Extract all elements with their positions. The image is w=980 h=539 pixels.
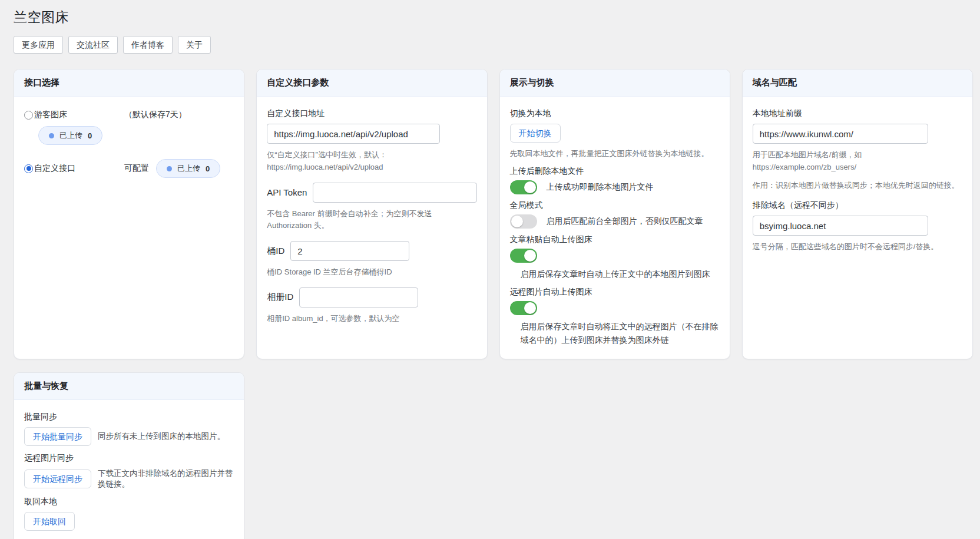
fetch-local-label: 取回本地 [24, 497, 234, 507]
exclude-domain-hint: 逗号分隔，匹配这些域名的图片时不会远程同步/替换。 [753, 241, 962, 253]
custom-radio-label[interactable]: 自定义接口 [34, 163, 75, 174]
global-mode-toggle[interactable] [510, 214, 537, 229]
local-prefix-label: 本地地址前缀 [753, 108, 962, 119]
start-batch-sync-button[interactable]: 开始批量同步 [24, 427, 91, 446]
bucket-id-label: 桶ID [267, 246, 284, 257]
remote-upload-desc: 启用后保存文章时自动将正文中的远程图片（不在排除域名中的）上传到图床并替换为图床… [521, 320, 720, 347]
card-interface-select: 接口选择 游客图床 （默认保存7天） 已上传 0 [14, 69, 244, 359]
start-switch-button[interactable]: 开始切换 [510, 124, 561, 143]
card-batch-title: 批量与恢复 [14, 373, 244, 400]
album-id-input[interactable] [299, 287, 418, 307]
guest-badge-label: 已上传 [59, 130, 82, 141]
card-domain-match: 域名与匹配 本地地址前缀 用于匹配本地图片域名/前缀，如 https://exa… [742, 69, 973, 359]
exclude-domain-input[interactable] [753, 216, 928, 236]
settings-page: 兰空图床 更多应用 交流社区 作者博客 关于 接口选择 游客图床 （默认保存7天… [0, 0, 980, 539]
guest-note: （默认保存7天） [124, 110, 187, 120]
api-token-input[interactable] [313, 183, 476, 203]
guest-radio-label[interactable]: 游客图床 [34, 110, 67, 120]
api-token-hint: 不包含 Bearer 前缀时会自动补全；为空则不发送 Authorization… [267, 208, 476, 233]
page-title: 兰空图床 [14, 8, 973, 27]
about-button[interactable]: 关于 [178, 36, 211, 54]
card-display-switch: 展示与切换 切换为本地 开始切换 先取回本地文件，再批量把正文图床外链替换为本地… [499, 69, 730, 359]
local-prefix-hint1: 用于匹配本地图片域名/前缀，如 https://example.com/zb_u… [753, 149, 962, 174]
guest-radio[interactable] [24, 111, 33, 120]
guest-badge-count: 0 [88, 131, 92, 140]
custom-badge-label: 已上传 [177, 163, 200, 174]
toggle-paste-upload-label: 文章粘贴自动上传图床 [510, 234, 720, 245]
remote-sync-label: 远程图片同步 [24, 453, 234, 464]
paste-upload-desc: 启用后保存文章时自动上传正文中的本地图片到图床 [521, 267, 720, 281]
local-prefix-input[interactable] [753, 124, 928, 144]
delete-local-toggle[interactable] [510, 180, 537, 194]
card-batch-restore: 批量与恢复 批量同步 开始批量同步 同步所有未上传到图床的本地图片。 远程图片同… [14, 372, 244, 539]
more-apps-button[interactable]: 更多应用 [14, 36, 63, 54]
cards-grid: 接口选择 游客图床 （默认保存7天） 已上传 0 [14, 69, 973, 539]
card-interface-title: 接口选择 [14, 70, 244, 97]
remote-sync-hint: 下载正文内非排除域名的远程图片并替换链接。 [98, 468, 234, 490]
api-url-hint: 仅“自定义接口”选中时生效，默认：https://img.luoca.net/a… [267, 149, 476, 174]
remote-upload-toggle[interactable] [510, 301, 537, 315]
toggle-remote-upload-label: 远程图片自动上传图床 [510, 287, 720, 297]
card-params-title: 自定义接口参数 [257, 70, 486, 97]
card-domain-title: 域名与匹配 [743, 70, 972, 97]
card-custom-params: 自定义接口参数 自定义接口地址 仅“自定义接口”选中时生效，默认：https:/… [256, 69, 487, 359]
custom-badge-count: 0 [206, 164, 210, 173]
custom-radio[interactable] [24, 164, 33, 173]
switch-local-hint: 先取回本地文件，再批量把正文图床外链替换为本地链接。 [510, 148, 720, 160]
local-prefix-hint2: 作用：识别本地图片做替换或同步；本地优先时返回的链接。 [753, 180, 962, 192]
start-remote-sync-button[interactable]: 开始远程同步 [24, 469, 91, 488]
start-fetch-button[interactable]: 开始取回 [24, 512, 75, 531]
batch-sync-label: 批量同步 [24, 412, 234, 422]
toggle-delete-local-label: 上传后删除本地文件 [510, 166, 720, 177]
batch-sync-hint: 同步所有未上传到图床的本地图片。 [98, 431, 225, 442]
author-blog-button[interactable]: 作者博客 [123, 36, 173, 54]
badge-dot-icon [167, 166, 172, 171]
community-button[interactable]: 交流社区 [68, 36, 118, 54]
delete-local-desc: 上传成功即删除本地图片文件 [547, 182, 654, 193]
bucket-id-hint: 桶ID Storage ID 兰空后台存储桶得ID [267, 266, 476, 279]
api-token-label: API Token [267, 187, 307, 197]
bucket-id-input[interactable] [290, 241, 409, 261]
album-id-hint: 相册ID album_id，可选参数，默认为空 [267, 313, 476, 325]
album-id-label: 相册ID [267, 292, 293, 303]
toolbar: 更多应用 交流社区 作者博客 关于 [14, 36, 973, 54]
custom-uploaded-badge: 已上传 0 [156, 159, 220, 178]
api-url-input[interactable] [267, 124, 440, 144]
global-mode-desc: 启用后匹配前台全部图片，否则仅匹配文章 [547, 216, 703, 227]
custom-note: 可配置 [124, 163, 149, 174]
switch-local-label: 切换为本地 [510, 108, 720, 119]
paste-upload-toggle[interactable] [510, 249, 537, 263]
guest-uploaded-badge: 已上传 0 [38, 126, 102, 145]
badge-dot-icon [49, 133, 54, 138]
api-url-label: 自定义接口地址 [267, 108, 476, 119]
card-display-title: 展示与切换 [500, 70, 730, 97]
toggle-global-mode-label: 全局模式 [510, 200, 720, 211]
exclude-domain-label: 排除域名（远程不同步） [753, 200, 962, 211]
